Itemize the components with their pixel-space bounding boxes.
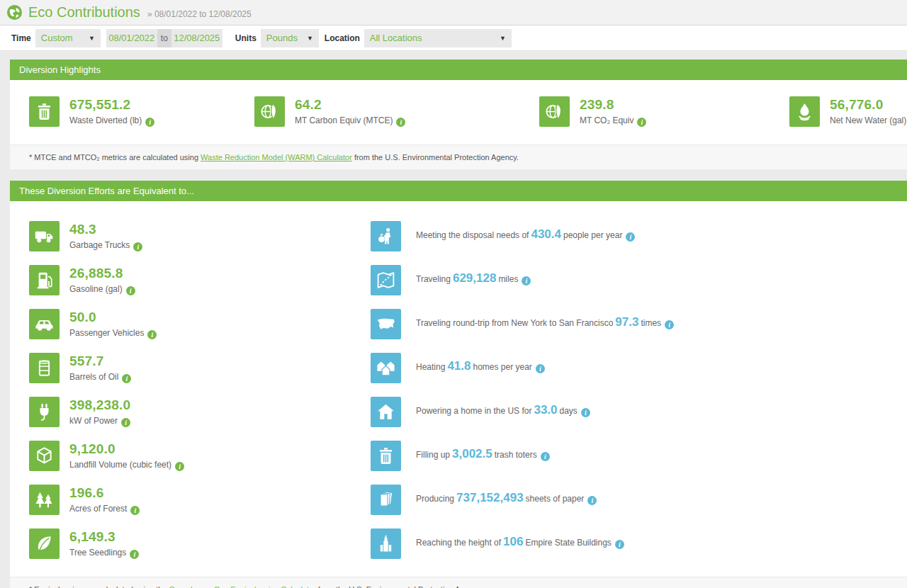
stat-label: Waste Diverted (lb) bbox=[69, 115, 142, 125]
info-icon[interactable] bbox=[130, 550, 139, 559]
stat-tile: 50.0 Passenger Vehicles bbox=[29, 309, 371, 339]
equivalence-text: Powering a home in the US for bbox=[416, 406, 531, 416]
info-icon[interactable] bbox=[175, 462, 184, 471]
stat-value: 26,885.8 bbox=[69, 266, 135, 281]
time-select-value: Custom bbox=[41, 29, 73, 47]
gas-pump-icon bbox=[29, 265, 60, 295]
date-range-separator: to bbox=[157, 29, 171, 47]
info-icon[interactable] bbox=[133, 242, 142, 251]
power-plug-icon bbox=[29, 397, 60, 427]
stat-tile: 675,551.2 Waste Diverted (lb) bbox=[29, 96, 254, 127]
equivalence-value: 3,002.5 bbox=[452, 447, 492, 460]
equivalence-row: Traveling629,128miles bbox=[371, 265, 907, 295]
stat-label: Landfill Volume (cubic feet) bbox=[69, 460, 171, 470]
info-icon[interactable] bbox=[665, 320, 674, 329]
equivalence-text: Producing bbox=[416, 494, 454, 504]
info-icon[interactable] bbox=[121, 418, 130, 427]
ghg-calculator-link[interactable]: Greenhouse Gas Equivalencies Calculator bbox=[169, 585, 316, 588]
leaf-icon bbox=[29, 528, 60, 559]
info-icon[interactable] bbox=[587, 496, 597, 505]
equivalents-banner: These Diversion Efforts are Equivalent t… bbox=[10, 181, 907, 201]
us-map-icon bbox=[371, 309, 401, 339]
footnote-text: * MTCE and MTCO₂ metrics are calculated … bbox=[29, 153, 201, 162]
stat-tile: 196.6 Acres of Forest bbox=[29, 485, 371, 515]
info-icon[interactable] bbox=[130, 506, 140, 515]
stat-tile: 26,885.8 Gasoline (gal) bbox=[29, 265, 371, 295]
equivalence-text: days bbox=[560, 406, 578, 416]
stat-value: 398,238.0 bbox=[69, 397, 130, 413]
equivalence-text: people per year bbox=[563, 230, 622, 240]
equivalence-text: homes per year bbox=[473, 362, 531, 372]
stat-tile: 48.3 Garbage Trucks bbox=[29, 221, 371, 251]
info-icon[interactable] bbox=[536, 364, 545, 373]
trash-toter-icon bbox=[371, 441, 401, 471]
trash-can-icon bbox=[29, 96, 60, 127]
stat-label: Gasoline (gal) bbox=[69, 284, 123, 294]
location-label: Location bbox=[325, 33, 360, 43]
units-select[interactable]: Pounds bbox=[261, 29, 319, 47]
page-title: Eco Contributions bbox=[28, 4, 140, 21]
info-icon[interactable] bbox=[626, 232, 635, 242]
info-icon[interactable] bbox=[147, 330, 157, 339]
info-icon[interactable] bbox=[541, 452, 550, 461]
date-to-input[interactable]: 12/08/2025 bbox=[171, 29, 222, 47]
stat-tile: 6,149.3 Tree Seedlings bbox=[29, 528, 371, 559]
units-select-value: Pounds bbox=[266, 29, 298, 47]
equivalence-text: Meeting the disposal needs of bbox=[416, 230, 529, 240]
stat-tile: 398,238.0 kW of Power bbox=[29, 397, 371, 427]
stat-tile: 557.7 Barrels of Oil bbox=[29, 353, 371, 383]
info-icon[interactable] bbox=[522, 276, 531, 285]
stat-value: 64.2 bbox=[295, 97, 405, 113]
time-label: Time bbox=[11, 33, 31, 43]
warm-calculator-link[interactable]: Waste Reduction Model (WARM) Calculator bbox=[201, 153, 352, 162]
equivalence-text: Traveling round-trip from New York to Sa… bbox=[416, 318, 613, 328]
info-icon[interactable] bbox=[615, 540, 624, 549]
filter-bar: Time Custom 08/01/2022 to 12/08/2025 Uni… bbox=[0, 26, 907, 51]
location-select[interactable]: All Locations bbox=[364, 29, 512, 47]
chevron-down-icon bbox=[81, 29, 95, 47]
water-drop-icon bbox=[789, 96, 820, 127]
paper-sheets-icon bbox=[371, 485, 401, 515]
info-icon[interactable] bbox=[145, 118, 154, 127]
stat-label: Passenger Vehicles bbox=[69, 328, 144, 338]
info-icon[interactable] bbox=[637, 118, 646, 127]
house-icon bbox=[371, 397, 401, 427]
date-from-input[interactable]: 08/01/2022 bbox=[106, 29, 157, 47]
ghg-footnote: * Equivalencies are calculated using the… bbox=[10, 577, 907, 588]
equivalence-text: trash toters bbox=[495, 450, 537, 460]
footnote-text: * Equivalencies are calculated using the bbox=[29, 585, 169, 588]
stat-value: 6,149.3 bbox=[69, 529, 139, 545]
info-icon[interactable] bbox=[581, 408, 590, 417]
homes-icon bbox=[371, 353, 401, 383]
stat-value: 48.3 bbox=[69, 222, 142, 237]
stat-label: Barrels of Oil bbox=[69, 372, 118, 382]
equivalence-row: Reaching the height of106Empire State Bu… bbox=[371, 528, 907, 559]
equivalence-text: times bbox=[641, 318, 661, 328]
stat-value: 56,776.0 bbox=[830, 97, 907, 113]
building-icon bbox=[371, 528, 401, 559]
equivalence-text: Reaching the height of bbox=[416, 538, 501, 548]
time-select[interactable]: Custom bbox=[35, 29, 101, 47]
warm-footnote: * MTCE and MTCO₂ metrics are calculated … bbox=[10, 145, 907, 169]
stat-value: 557.7 bbox=[69, 354, 131, 369]
stat-label: Acres of Forest bbox=[69, 504, 127, 514]
stat-label: MT CO₂ Equiv bbox=[580, 115, 633, 125]
stat-value: 675,551.2 bbox=[69, 97, 154, 113]
location-select-value: All Locations bbox=[370, 29, 422, 47]
eco-globe-icon bbox=[6, 4, 23, 21]
breadcrumb: » 08/01/2022 to 12/08/2025 bbox=[147, 9, 252, 19]
diversion-highlights-banner: Diversion Highlights bbox=[10, 60, 907, 80]
stat-tile: 239.8 MT CO₂ Equiv bbox=[539, 96, 789, 127]
equivalence-text: Empire State Buildings bbox=[525, 538, 611, 548]
equivalence-row: Heating41.8homes per year bbox=[371, 353, 907, 383]
info-icon[interactable] bbox=[122, 374, 131, 383]
app-header: Eco Contributions » 08/01/2022 to 12/08/… bbox=[0, 0, 907, 26]
info-icon[interactable] bbox=[396, 118, 405, 127]
oil-barrel-icon bbox=[29, 353, 60, 383]
equivalence-text: Traveling bbox=[416, 274, 451, 284]
stat-label: Garbage Trucks bbox=[69, 240, 130, 250]
equivalents-left-column: 48.3 Garbage Trucks 26,885.8 Gasoline (g… bbox=[29, 221, 371, 572]
equivalence-row: Producing737,152,493sheets of paper bbox=[371, 485, 907, 515]
info-icon[interactable] bbox=[126, 286, 135, 295]
equivalence-text: sheets of paper bbox=[526, 494, 585, 504]
